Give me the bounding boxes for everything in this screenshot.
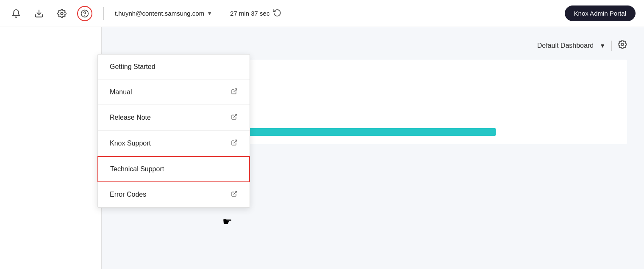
dashboard-header: Default Dashboard ▼	[119, 40, 627, 51]
menu-label-error-codes: Error Codes	[110, 191, 146, 198]
menu-item-manual[interactable]: Manual	[98, 80, 250, 105]
external-link-icon-manual	[231, 88, 238, 96]
external-link-icon-knox-support	[231, 139, 238, 148]
menu-item-error-codes[interactable]: Error Codes	[98, 182, 250, 207]
svg-point-1	[61, 12, 63, 15]
timer-area: 27 min 37 sec	[230, 8, 281, 19]
download-icon-button[interactable]	[31, 6, 47, 21]
menu-label-getting-started: Getting Started	[110, 63, 155, 71]
timer-display: 27 min 37 sec	[230, 10, 269, 17]
header-right: Knox Admin Portal	[565, 5, 636, 21]
menu-item-getting-started[interactable]: Getting Started	[98, 55, 250, 80]
user-info[interactable]: t.huynh@content.samsung.com ▼	[115, 10, 212, 17]
menu-item-release-note[interactable]: Release Note	[98, 105, 250, 131]
dashboard-title: Default Dashboard	[537, 42, 594, 49]
main-area: Default Dashboard ▼ 1-7 days (0) (0)	[0, 27, 644, 269]
menu-label-knox-support: Knox Support	[110, 140, 151, 147]
help-icon-button[interactable]	[77, 6, 92, 21]
svg-line-8	[234, 191, 237, 194]
menu-item-technical-support[interactable]: Technical Support	[97, 156, 250, 182]
header-left-icons: t.huynh@content.samsung.com ▼ 27 min 37 …	[8, 6, 281, 21]
menu-label-technical-support: Technical Support	[110, 165, 164, 173]
dashboard-settings-icon[interactable]	[618, 40, 627, 51]
app-header: t.huynh@content.samsung.com ▼ 27 min 37 …	[0, 0, 644, 27]
dashboard-dropdown-arrow[interactable]: ▼	[600, 42, 605, 49]
settings-icon-button[interactable]	[54, 6, 69, 21]
help-dropdown-menu: Getting Started Manual Release Note	[97, 54, 250, 208]
user-dropdown-chevron: ▼	[207, 10, 212, 16]
menu-label-release-note: Release Note	[110, 114, 151, 121]
svg-line-7	[234, 140, 237, 143]
external-link-icon-release-note	[231, 113, 238, 122]
menu-label-manual: Manual	[110, 88, 132, 96]
user-email: t.huynh@content.samsung.com	[115, 10, 204, 17]
timer-reset-icon[interactable]	[273, 8, 281, 19]
svg-line-5	[234, 89, 237, 92]
external-link-icon-error-codes	[231, 190, 238, 199]
sidebar	[0, 27, 102, 269]
header-divider	[103, 7, 104, 20]
bell-icon-button[interactable]	[8, 6, 24, 21]
svg-point-4	[621, 43, 624, 46]
svg-line-6	[234, 114, 237, 117]
menu-item-knox-support[interactable]: Knox Support	[98, 131, 250, 156]
knox-admin-portal-button[interactable]: Knox Admin Portal	[565, 5, 636, 21]
dashboard-divider	[611, 41, 612, 51]
